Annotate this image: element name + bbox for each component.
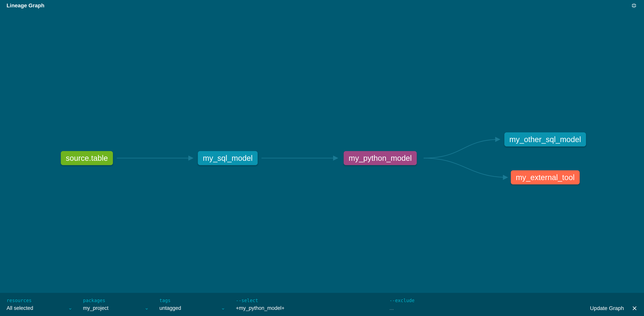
chevron-down-icon bbox=[145, 306, 148, 310]
tags-value: untagged bbox=[160, 305, 181, 311]
tags-filter: tags untagged bbox=[160, 293, 225, 316]
chevron-down-icon bbox=[68, 306, 72, 310]
node-label: my_other_sql_model bbox=[509, 135, 581, 144]
node-my-external-tool[interactable]: my_external_tool bbox=[511, 170, 580, 185]
packages-value: my_project bbox=[83, 305, 108, 311]
resources-filter: resources All selected bbox=[6, 293, 72, 316]
update-graph-button[interactable]: Update Graph bbox=[590, 298, 624, 311]
node-label: my_sql_model bbox=[203, 154, 252, 162]
page-title: Lineage Graph bbox=[6, 2, 44, 9]
resources-value: All selected bbox=[6, 305, 33, 311]
node-label: my_external_tool bbox=[516, 173, 575, 182]
select-value: +my_python_model+ bbox=[236, 305, 284, 311]
select-input[interactable]: +my_python_model+ bbox=[236, 305, 379, 311]
packages-select[interactable]: my_project bbox=[83, 305, 148, 311]
footer-actions: Update Graph bbox=[590, 293, 640, 316]
minimize-icon[interactable] bbox=[630, 2, 638, 9]
header: Lineage Graph bbox=[0, 0, 644, 11]
node-my-sql-model[interactable]: my_sql_model bbox=[198, 151, 258, 165]
exclude-input[interactable]: ... bbox=[390, 305, 515, 311]
resources-select[interactable]: All selected bbox=[6, 305, 72, 311]
graph-canvas[interactable]: source.table my_sql_model my_python_mode… bbox=[0, 11, 644, 293]
node-label: source.table bbox=[66, 154, 108, 162]
filter-bar: resources All selected packages my_proje… bbox=[0, 293, 644, 316]
chevron-down-icon bbox=[221, 306, 225, 310]
resources-label: resources bbox=[6, 298, 72, 303]
exclude-value: ... bbox=[390, 305, 394, 311]
node-source-table[interactable]: source.table bbox=[61, 151, 113, 165]
close-icon[interactable] bbox=[632, 306, 638, 311]
exclude-label: --exclude bbox=[390, 298, 515, 303]
packages-label: packages bbox=[83, 298, 148, 303]
select-filter: --select +my_python_model+ bbox=[236, 293, 379, 316]
tags-select[interactable]: untagged bbox=[160, 305, 225, 311]
node-label: my_python_model bbox=[349, 154, 412, 162]
select-label: --select bbox=[236, 298, 379, 303]
exclude-filter: --exclude ... bbox=[390, 293, 515, 316]
packages-filter: packages my_project bbox=[83, 293, 148, 316]
node-my-other-sql-model[interactable]: my_other_sql_model bbox=[504, 132, 586, 147]
tags-label: tags bbox=[160, 298, 225, 303]
node-my-python-model[interactable]: my_python_model bbox=[344, 151, 417, 165]
